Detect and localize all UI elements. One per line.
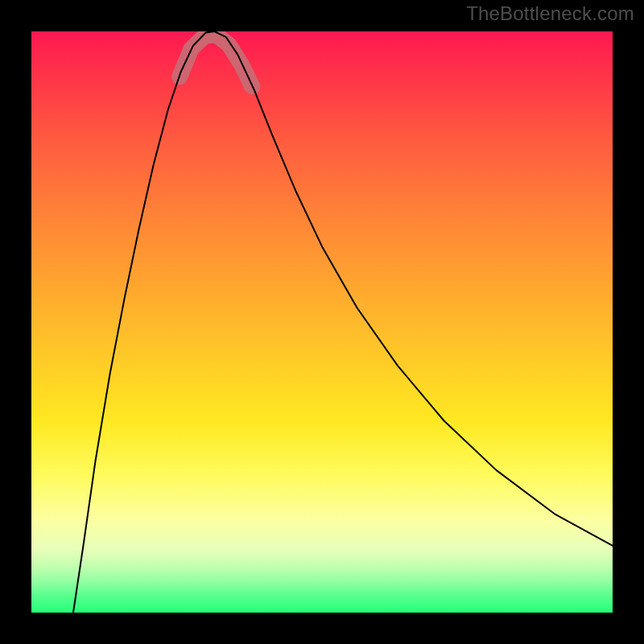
chart-frame	[31, 31, 613, 613]
watermark-text: TheBottleneck.com	[466, 2, 634, 25]
chart-curves-svg	[31, 31, 613, 613]
main-curve-path	[73, 31, 613, 613]
